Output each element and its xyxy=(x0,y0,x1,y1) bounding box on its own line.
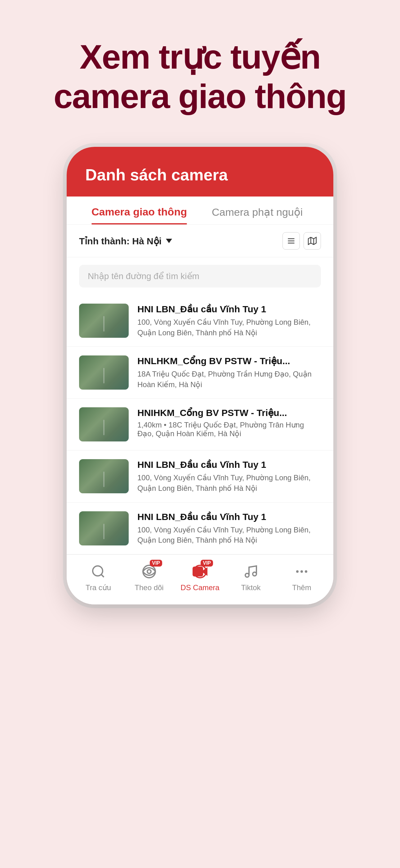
app-header-title: Danh sách camera xyxy=(85,165,315,184)
camera-thumbnail xyxy=(79,459,129,493)
camera-info: HNI LBN_Đầu cầu Vĩnh Tuy 1 100, Vòng Xuy… xyxy=(137,459,321,493)
map-icon xyxy=(308,237,316,245)
camera-info: HNI LBN_Đầu cầu Vĩnh Tuy 1 100, Vòng Xuy… xyxy=(137,511,321,546)
nav-label-search: Tra cứu xyxy=(86,583,111,592)
map-view-button[interactable] xyxy=(304,232,321,250)
view-toggle xyxy=(282,232,321,250)
camera-name: HNIHKM_Cổng BV PSTW - Triệu... xyxy=(137,407,321,418)
svg-marker-3 xyxy=(308,237,316,244)
svg-point-9 xyxy=(147,570,151,574)
vip-badge-theo-doi: VIP xyxy=(150,560,162,566)
nav-label-theo-doi: Theo dõi xyxy=(135,583,163,592)
camera-address: 100, Vòng Xuyến Cầu Vĩnh Tuy, Phường Lon… xyxy=(137,525,321,546)
filter-row: Tỉnh thành: Hà Nội xyxy=(67,225,333,257)
camera-item[interactable]: HNLHKM_Cổng BV PSTW - Triệu... 18A Triệu… xyxy=(67,347,333,399)
nav-label-tiktok: Tiktok xyxy=(241,583,261,592)
camera-item[interactable]: HNI LBN_Đầu cầu Vĩnh Tuy 1 100, Vòng Xuy… xyxy=(67,451,333,502)
camera-info: HNLHKM_Cổng BV PSTW - Triệu... 18A Triệu… xyxy=(137,355,321,390)
camera-address: 100, Vòng Xuyến Cầu Vĩnh Tuy, Phường Lon… xyxy=(137,472,321,493)
list-icon xyxy=(287,237,296,245)
music-note-icon xyxy=(241,562,260,581)
bottom-nav: Tra cứu VIP Theo dõi VI xyxy=(67,554,333,604)
nav-label-ds-camera: DS Camera xyxy=(180,583,219,592)
camera-address: 100, Vòng Xuyến Cầu Vĩnh Tuy, Phường Lon… xyxy=(137,317,321,338)
camera-name: HNLHKM_Cổng BV PSTW - Triệu... xyxy=(137,355,321,366)
camera-distance: 1,40km • 18C Triệu Quốc Đạt, Phường Trân… xyxy=(137,421,321,438)
tab-camera-phat-nguoi[interactable]: Camera phạt nguội xyxy=(199,196,315,224)
search-box[interactable]: Nhập tên đường để tìm kiếm xyxy=(79,265,321,287)
nav-item-ds-camera[interactable]: VIP DS Camera xyxy=(180,562,220,592)
camera-thumbnail xyxy=(79,355,129,390)
nav-label-them: Thêm xyxy=(292,583,311,592)
svg-point-13 xyxy=(253,572,257,576)
camera-list: HNI LBN_Đầu cầu Vĩnh Tuy 1 100, Vòng Xuy… xyxy=(67,295,333,554)
camera-name: HNI LBN_Đầu cầu Vĩnh Tuy 1 xyxy=(137,304,321,314)
nav-item-theo-doi[interactable]: VIP Theo dõi xyxy=(129,562,169,592)
camera-thumbnail xyxy=(79,407,129,441)
camera-info: HNI LBN_Đầu cầu Vĩnh Tuy 1 100, Vòng Xuy… xyxy=(137,304,321,338)
svg-point-14 xyxy=(296,570,299,573)
camera-address: 18A Triệu Quốc Đạt, Phường Trần Hưng Đạo… xyxy=(137,369,321,390)
hero-text: Xem trực tuyến camera giao thông xyxy=(54,37,346,116)
phone-mockup: Danh sách camera Camera giao thông Camer… xyxy=(67,147,333,604)
app-header: Danh sách camera xyxy=(67,147,333,196)
camera-name: HNI LBN_Đầu cầu Vĩnh Tuy 1 xyxy=(137,459,321,470)
tab-camera-giao-thong[interactable]: Camera giao thông xyxy=(79,196,199,224)
nav-item-tiktok[interactable]: Tiktok xyxy=(231,562,271,592)
vip-badge-ds-camera: VIP xyxy=(201,560,213,566)
nav-item-them[interactable]: Thêm xyxy=(281,562,322,592)
nav-item-search[interactable]: Tra cứu xyxy=(78,562,119,592)
camera-circle-icon: VIP xyxy=(191,562,209,581)
eye-circle-icon: VIP xyxy=(140,562,159,581)
svg-line-7 xyxy=(101,574,104,577)
svg-rect-11 xyxy=(193,567,202,576)
camera-item[interactable]: HNIHKM_Cổng BV PSTW - Triệu... 1,40km • … xyxy=(67,399,333,451)
camera-item[interactable]: HNI LBN_Đầu cầu Vĩnh Tuy 1 100, Vòng Xuy… xyxy=(67,295,333,347)
camera-thumbnail xyxy=(79,304,129,338)
list-view-button[interactable] xyxy=(282,232,300,250)
dots-icon xyxy=(292,562,311,581)
camera-item[interactable]: HNI LBN_Đầu cầu Vĩnh Tuy 1 100, Vòng Xuy… xyxy=(67,503,333,554)
camera-name: HNI LBN_Đầu cầu Vĩnh Tuy 1 xyxy=(137,511,321,522)
camera-thumbnail xyxy=(79,511,129,546)
chevron-down-icon xyxy=(166,239,172,243)
search-placeholder: Nhập tên đường để tìm kiếm xyxy=(88,271,199,281)
camera-info: HNIHKM_Cổng BV PSTW - Triệu... 1,40km • … xyxy=(137,407,321,438)
svg-point-12 xyxy=(245,574,249,577)
search-icon xyxy=(89,562,108,581)
province-filter[interactable]: Tỉnh thành: Hà Nội xyxy=(79,236,172,247)
tab-bar: Camera giao thông Camera phạt nguội xyxy=(67,196,333,225)
svg-point-15 xyxy=(300,570,303,573)
svg-point-16 xyxy=(305,570,307,573)
svg-point-6 xyxy=(93,566,103,576)
